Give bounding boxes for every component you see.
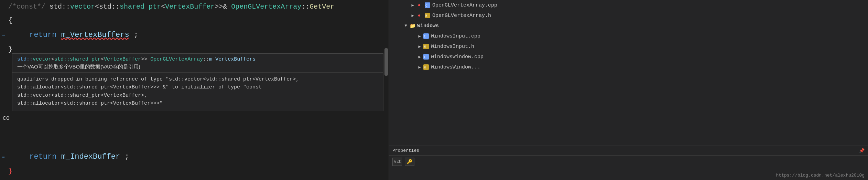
cpp-icon-openglvertexarray: ● <box>416 2 423 8</box>
tree-arrow-windowsinput-cpp: ▶ <box>416 34 423 39</box>
properties-key-button[interactable]: 🔑 <box>405 158 414 166</box>
tree-item-openglvertexarray-cpp[interactable]: ▶ ● C OpenGLVertexArray.cpp <box>389 0 868 10</box>
tree-label-windowsinput-h: WindowsInput.h <box>431 44 474 50</box>
cpp-icon-windowswindow: C <box>423 54 430 60</box>
svg-text:C: C <box>424 56 426 59</box>
tree-arrow-windowsinput-h: ▶ <box>416 44 423 49</box>
tree-label-windowswindow-h: WindowsWindow... <box>431 64 480 70</box>
code-type-vector: vector <box>70 3 95 11</box>
var-vertexbuffers: m_VertexBuffers <box>61 31 129 39</box>
h-icon-windowsinput: H <box>423 44 430 49</box>
tree-label-windowswindow-cpp: WindowsWindow.cpp <box>431 54 484 60</box>
file-icon-cpp1: C <box>424 2 431 8</box>
tooltip-error: qualifiers dropped in binding reference … <box>12 73 383 111</box>
properties-toolbar: A↓Z 🔑 <box>389 156 868 168</box>
line-content-1: /*const*/ std::vector<std::shared_ptr<Ve… <box>7 0 389 14</box>
tooltip-error-line1: qualifiers dropped in binding reference … <box>17 75 378 99</box>
tree-item-windowswindow-cpp[interactable]: ▶ C WindowsWindow.cpp <box>389 52 868 62</box>
code-line-2: { <box>0 14 389 28</box>
tree-item-windowsinput-cpp[interactable]: ▶ C WindowsInput.cpp <box>389 31 868 41</box>
svg-text:H: H <box>424 45 426 49</box>
line-content-6: } <box>7 165 389 178</box>
file-tree: ▶ ● C OpenGLVertexArray.cpp ▶ ● H OpenGL… <box>389 0 868 72</box>
co-label: co <box>0 109 12 125</box>
code-line-5: ⇒ return m_IndexBuffer ; <box>0 149 389 165</box>
file-tree-panel: ▶ ● C OpenGLVertexArray.cpp ▶ ● H OpenGL… <box>389 0 868 180</box>
h-icon-windowswindow: H <box>423 64 430 70</box>
var-indexbuffer: m_IndexBuffer <box>61 152 120 161</box>
tree-arrow-openglvertexarray-h: ▶ <box>410 13 416 18</box>
tooltip-popup: std::vector<std::shared_ptr<VertexBuffer… <box>12 53 383 111</box>
tooltip-signature: std::vector<std::shared_ptr<VertexBuffer… <box>17 56 378 62</box>
svg-text:C: C <box>425 4 427 7</box>
properties-header: Properties 📌 <box>389 146 868 156</box>
line-arrow-5: ⇒ <box>0 154 7 160</box>
tree-label-windows: Windows <box>417 23 439 29</box>
properties-panel: Properties 📌 A↓Z 🔑 https://blog.csdn.net… <box>389 146 868 180</box>
code-line-1: /*const*/ std::vector<std::shared_ptr<Ve… <box>0 0 389 14</box>
tree-arrow-windowswindow-cpp: ▶ <box>416 54 423 60</box>
svg-text:H: H <box>424 66 426 69</box>
line-content-5: return m_IndexBuffer ; <box>7 150 389 164</box>
code-panel: /*const*/ std::vector<std::shared_ptr<Ve… <box>0 0 389 180</box>
properties-title: Properties <box>392 148 419 153</box>
code-text-1: std:: <box>50 3 70 11</box>
watermark: https://blog.csdn.net/alexhu2010g <box>776 173 865 178</box>
tree-item-windowsinput-h[interactable]: ▶ H WindowsInput.h <box>389 41 868 52</box>
tree-label-windowsinput-cpp: WindowsInput.cpp <box>431 33 480 39</box>
cpp-icon-windowsinput: C <box>423 33 430 39</box>
tree-item-windowswindow-h[interactable]: ▶ H WindowsWindow... <box>389 62 868 72</box>
tree-label-openglvertexarray-h: OpenGLVertexArray.h <box>432 13 491 19</box>
folder-icon-windows: 📁 <box>409 23 416 29</box>
tooltip-error-line2: std::allocator<std::shared_ptr<VertexBuf… <box>17 99 378 107</box>
file-icon-h1: H <box>424 13 431 18</box>
svg-text:H: H <box>425 14 427 18</box>
tree-arrow-windowswindow-h: ▶ <box>416 65 423 70</box>
tree-label-openglvertexarray-cpp: OpenGLVertexArray.cpp <box>432 2 497 8</box>
sort-az-button[interactable]: A↓Z <box>392 158 402 166</box>
code-line-3: ⇒ return m_VertexBuffers ; <box>0 28 389 43</box>
tree-item-openglvertexarray-h[interactable]: ▶ ● H OpenGLVertexArray.h <box>389 10 868 21</box>
line-arrow-3: ⇒ <box>0 32 7 38</box>
tooltip-description: 一个VAO可以挖取多个VBO里的数据(VAO存的是引用) <box>17 64 378 70</box>
tree-item-windows-folder[interactable]: ▼ 📁 Windows <box>389 21 868 31</box>
warning-icon-openglvertexarray-h: ● <box>416 13 423 18</box>
code-line-6: } <box>0 165 389 178</box>
key-icon: 🔑 <box>407 159 412 165</box>
sort-az-icon: A↓Z <box>394 160 401 164</box>
line-content-3: return m_VertexBuffers ; <box>7 28 389 42</box>
scrollbar-thumb[interactable] <box>384 48 388 76</box>
line-content-2: { <box>7 14 389 28</box>
comment-const: /*const*/ <box>8 3 45 11</box>
svg-text:C: C <box>424 35 426 38</box>
properties-pin-icon[interactable]: 📌 <box>859 148 865 153</box>
tooltip-header: std::vector<std::shared_ptr<VertexBuffer… <box>12 54 383 73</box>
tree-arrow-openglvertexarray-cpp: ▶ <box>410 3 416 8</box>
scrollbar-track[interactable] <box>384 0 389 180</box>
tree-arrow-windows: ▼ <box>403 23 409 28</box>
